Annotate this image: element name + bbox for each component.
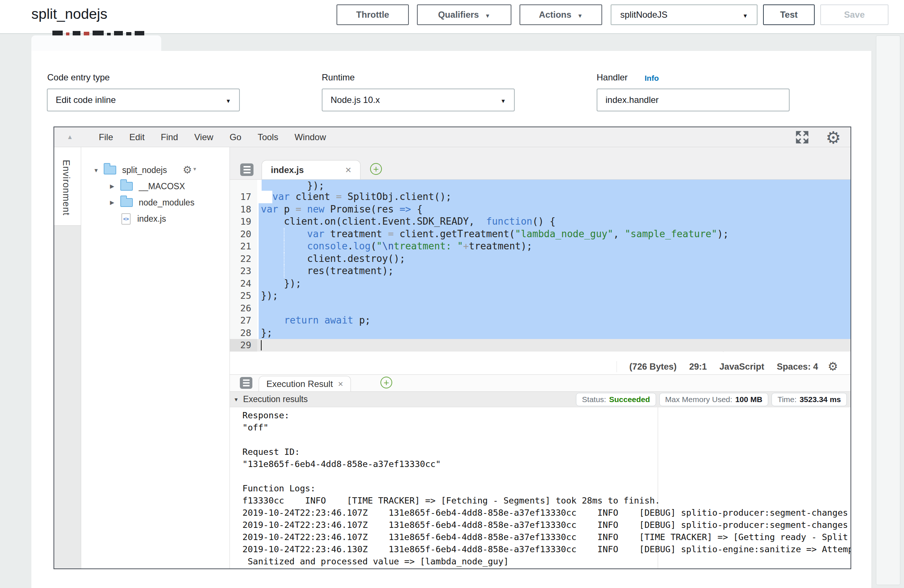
tab-index-js[interactable]: index.js × [262, 160, 360, 179]
code-line[interactable]: }); [230, 180, 850, 191]
gutter-line-number[interactable]: 23 [230, 265, 257, 277]
code-cell[interactable]: }); [257, 180, 850, 191]
environment-sidebar-tab[interactable]: Environment [54, 147, 81, 569]
qualifiers-dropdown-button[interactable]: Qualifiers [417, 5, 511, 25]
code-line-22[interactable]: 22 client.destroy(); [230, 253, 850, 265]
gutter-line-number[interactable]: 24 [230, 277, 257, 290]
gutter-line-number[interactable]: 27 [230, 314, 257, 327]
indentation-status[interactable]: Spaces: 4 [777, 362, 818, 372]
code-line-18[interactable]: 18var p = new Promise(res => { [230, 203, 850, 216]
code-line-26[interactable]: 26 [230, 302, 850, 315]
tab-list-icon[interactable] [240, 163, 253, 176]
gutter-line-number[interactable]: 17 [230, 191, 257, 203]
tree-item-split_nodejs[interactable]: ▼split_nodejs [81, 162, 229, 178]
disclosure-open-icon[interactable]: ▼ [93, 167, 104, 173]
qualifiers-label: Qualifiers [438, 9, 479, 20]
execution-result-tab-bar: Execution Result × + [230, 375, 850, 392]
code-cell[interactable]: client.on(client.Event.SDK_READY, functi… [257, 215, 850, 228]
code-text: }); [261, 290, 278, 301]
test-event-select[interactable]: splitNodeJS [611, 5, 757, 25]
clipped-card-top [32, 35, 161, 51]
code-line-24[interactable]: 24 }); [230, 277, 850, 290]
tab-list-icon[interactable] [240, 377, 252, 389]
code-line-21[interactable]: 21 console.log("\ntreatment: "+treatment… [230, 240, 850, 253]
handler-info-link[interactable]: Info [645, 74, 659, 83]
chevron-down-icon [226, 95, 231, 105]
save-button-disabled[interactable]: Save [820, 5, 888, 25]
gutter-line-number[interactable]: 26 [230, 302, 257, 315]
code-cell[interactable]: var client = SplitObj.client(); [257, 191, 850, 203]
test-button[interactable]: Test [763, 5, 815, 25]
runtime-select[interactable]: Node.js 10.x [322, 89, 515, 111]
code-cell[interactable] [257, 302, 850, 315]
editor-settings-gear-icon[interactable] [826, 128, 841, 147]
code-cell[interactable]: }); [257, 289, 850, 302]
gutter-line-number[interactable] [230, 180, 257, 191]
menu-item-edit[interactable]: Edit [130, 132, 145, 142]
cursor-position-status[interactable]: 29:1 [689, 362, 707, 372]
menu-item-find[interactable]: Find [161, 132, 178, 142]
new-tab-icon[interactable]: + [381, 377, 392, 389]
menu-item-go[interactable]: Go [229, 132, 241, 142]
menu-item-view[interactable]: View [194, 132, 213, 142]
collapse-results-icon[interactable]: ▼ [234, 397, 239, 403]
log-line: "131e865f-6eb4-4dd8-858e-a37ef13330cc" [230, 458, 850, 470]
language-mode-status[interactable]: JavaScript [719, 362, 764, 372]
collapse-menubar-icon[interactable]: ▲ [67, 134, 73, 141]
code-cell[interactable]: var treatment = client.getTreatment("lam… [257, 228, 850, 240]
code-cell[interactable]: res(treatment); [257, 265, 850, 277]
throttle-button[interactable]: Throttle [337, 5, 409, 25]
execution-log-output[interactable]: Response:"off"Request ID:"131e865f-6eb4-… [230, 407, 850, 569]
code-entry-type-select[interactable]: Edit code inline [47, 89, 240, 111]
code-editing-area[interactable]: });17 var client = SplitObj.client();18v… [230, 180, 850, 352]
menu-item-tools[interactable]: Tools [258, 132, 278, 142]
fullscreen-icon[interactable] [795, 130, 809, 144]
code-cell[interactable]: }); [257, 277, 850, 290]
menu-item-window[interactable]: Window [294, 132, 326, 142]
menu-item-file[interactable]: File [99, 132, 113, 142]
status-bar-gear-icon[interactable] [828, 360, 838, 373]
gutter-line-number[interactable]: 19 [230, 215, 257, 228]
actions-dropdown-button[interactable]: Actions [520, 5, 602, 25]
code-line-27[interactable]: 27 return await p; [230, 314, 850, 327]
page-scrollbar[interactable] [876, 35, 900, 585]
code-cell[interactable]: client.destroy(); [257, 253, 850, 265]
code-line-23[interactable]: 23 res(treatment); [230, 265, 850, 277]
disclosure-closed-icon[interactable]: ▶ [110, 199, 120, 206]
code-line-20[interactable]: 20 var treatment = client.getTreatment("… [230, 228, 850, 240]
gutter-line-number[interactable]: 18 [230, 203, 257, 216]
code-line-17[interactable]: 17 var client = SplitObj.client(); [230, 191, 850, 203]
gutter-line-number[interactable]: 22 [230, 253, 257, 265]
tab-execution-result[interactable]: Execution Result × [259, 376, 351, 391]
tree-settings-gear-icon[interactable] [183, 164, 196, 176]
environment-strip-background [54, 225, 81, 569]
close-tab-icon[interactable]: × [338, 379, 343, 389]
tree-item-__MACOSX[interactable]: ▶__MACOSX [81, 178, 229, 194]
tab-execution-result-label: Execution Result [266, 379, 333, 389]
js-file-icon: <> [122, 213, 131, 224]
handler-input[interactable] [597, 89, 790, 111]
tree-item-index.js[interactable]: <>index.js [81, 211, 229, 227]
tree-item-node_modules[interactable]: ▶node_modules [81, 194, 229, 211]
file-tree: ▼split_nodejs▶__MACOSX▶node_modules<>ind… [81, 147, 230, 569]
code-cell[interactable] [257, 339, 850, 351]
code-line-28[interactable]: 28}; [230, 327, 850, 339]
code-cell[interactable]: console.log("\ntreatment: "+treatment); [257, 240, 850, 253]
gutter-line-number[interactable]: 21 [230, 240, 257, 253]
new-tab-icon[interactable]: + [370, 163, 382, 175]
code-cell[interactable]: return await p; [257, 314, 850, 327]
code-line-19[interactable]: 19 client.on(client.Event.SDK_READY, fun… [230, 215, 850, 228]
disclosure-closed-icon[interactable]: ▶ [110, 183, 120, 190]
code-cell[interactable]: }; [257, 327, 850, 339]
code-cell[interactable]: var p = new Promise(res => { [257, 203, 850, 216]
gutter-line-number[interactable]: 20 [230, 228, 257, 240]
code-line-29[interactable]: 29 [230, 339, 850, 351]
gutter-line-number[interactable]: 29 [230, 339, 257, 351]
close-tab-icon[interactable]: × [345, 164, 351, 176]
code-line-25[interactable]: 25}); [230, 289, 850, 302]
gutter-line-number[interactable]: 25 [230, 289, 257, 302]
status-badge: Max Memory Used:100 MB [659, 393, 768, 406]
editor-menubar: ▲ FileEditFindViewGoToolsWindow [54, 127, 850, 147]
editor-menubar-items: FileEditFindViewGoToolsWindow [99, 132, 326, 142]
gutter-line-number[interactable]: 28 [230, 327, 257, 339]
